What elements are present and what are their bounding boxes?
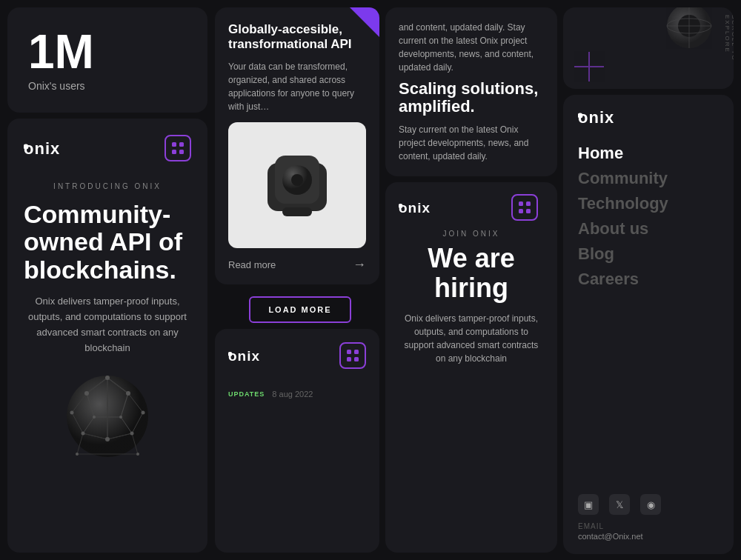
grid-icon[interactable]	[165, 135, 191, 161]
onix-bottom-card: onix UPDATES 8 aug 2022	[215, 329, 379, 553]
scroll-to-text: SCROLL TO EXPLORE	[724, 15, 734, 81]
date-text: 8 aug 2022	[272, 390, 313, 399]
news-headline: Scaling solutions, amplified.	[399, 80, 544, 116]
device-shape-icon	[256, 144, 338, 226]
svg-text:onix: onix	[578, 108, 614, 126]
svg-point-15	[84, 391, 89, 396]
svg-point-23	[93, 416, 96, 419]
svg-point-20	[105, 437, 110, 441]
onix-logo-row: onix	[24, 135, 191, 161]
dodecahedron-icon	[50, 367, 165, 467]
updates-badge: UPDATES	[228, 390, 265, 398]
svg-point-14	[126, 391, 130, 396]
svg-rect-32	[347, 350, 351, 354]
social-icon-twitter[interactable]: 𝕏	[609, 494, 630, 515]
svg-rect-35	[354, 357, 359, 361]
main-headline: Community-owned API of blockchains.	[24, 201, 191, 284]
svg-rect-2	[172, 142, 176, 147]
svg-point-13	[105, 376, 110, 380]
svg-point-19	[81, 431, 84, 435]
read-more-text: Read more	[228, 259, 276, 270]
nav-item-about-us[interactable]: About us	[578, 216, 719, 241]
nav-item-technology[interactable]: Technology	[578, 191, 719, 216]
nav-item-home[interactable]: Home	[578, 141, 719, 166]
social-icons-row: ▣ 𝕏 ◉	[578, 494, 719, 515]
hiring-logo-row: onix	[399, 194, 538, 221]
api-title: Globally-accesible, transformational API	[228, 22, 366, 53]
news-top-card: and content, updated daily. Stay current…	[385, 7, 557, 176]
svg-point-17	[70, 410, 73, 414]
svg-rect-3	[179, 142, 184, 147]
hiring-card: onix JOIN ONIX We are hiring Onix delive…	[385, 182, 557, 553]
onix-logo-bottom-row: onix	[228, 342, 366, 369]
svg-rect-41	[526, 209, 531, 213]
load-more-button[interactable]: LOAD MORE	[249, 296, 350, 323]
social-icon-circle[interactable]: ◉	[640, 494, 661, 515]
svg-rect-5	[179, 150, 184, 154]
api-card: Globally-accesible, transformational API…	[215, 7, 379, 284]
svg-point-16	[141, 410, 144, 414]
nav-item-blog[interactable]: Blog	[578, 241, 719, 267]
onix-wordmark-hiring: onix	[399, 199, 443, 216]
news-small-text: and content, updated daily. Stay current…	[399, 21, 544, 74]
column-2: Globally-accesible, transformational API…	[215, 0, 385, 560]
join-label: JOIN ONIX	[399, 230, 544, 238]
svg-point-22	[76, 453, 79, 456]
main-onix-card: onix INTRODUCING ONIX Community-owned AP…	[7, 119, 207, 553]
hiring-headline: We are hiring	[399, 244, 544, 302]
geo-shape	[48, 364, 167, 468]
column-4-nav: SCROLL TO EXPLORE	[563, 0, 741, 560]
device-image	[228, 122, 366, 248]
svg-text:onix: onix	[24, 139, 60, 157]
top-shape-icon	[659, 7, 719, 59]
purple-corner-decoration	[350, 7, 379, 37]
updates-row: UPDATES 8 aug 2022	[228, 390, 366, 399]
api-description: Your data can be transformed, organized,…	[228, 60, 366, 113]
svg-rect-33	[354, 350, 359, 354]
intro-label: INTRODUCING ONIX	[24, 182, 191, 190]
svg-rect-39	[526, 201, 531, 206]
svg-rect-40	[519, 209, 523, 213]
news-description: Stay current on the latest Onix project …	[399, 123, 544, 163]
svg-rect-34	[347, 357, 351, 361]
bottom-shape-icon	[571, 48, 608, 85]
scroll-card: SCROLL TO EXPLORE	[563, 7, 734, 89]
stat-card: 1M Onix's users	[7, 7, 207, 113]
onix-nav-wordmark: onix	[578, 108, 630, 126]
svg-rect-29	[282, 207, 312, 216]
grid-icon-hiring[interactable]	[511, 194, 538, 221]
svg-point-18	[130, 431, 133, 435]
email-label: Email	[578, 522, 719, 530]
svg-point-28	[291, 174, 303, 186]
svg-point-21	[136, 453, 139, 456]
email-value: contact@Onix.net	[578, 532, 719, 541]
svg-text:onix: onix	[399, 200, 431, 216]
column-3: and content, updated daily. Stay current…	[385, 0, 563, 560]
svg-point-24	[119, 416, 122, 419]
svg-rect-38	[519, 201, 523, 206]
main-description: Onix delivers tamper-proof inputs, outpu…	[24, 294, 191, 356]
social-icon-square[interactable]: ▣	[578, 494, 599, 515]
stat-number: 1M	[28, 28, 187, 76]
onix-wordmark: onix	[24, 139, 76, 157]
grid-icon-bottom[interactable]	[339, 342, 366, 369]
read-more-row[interactable]: Read more →	[228, 257, 366, 273]
nav-item-careers[interactable]: Careers	[578, 267, 719, 292]
column-1: 1M Onix's users onix INTRODUCING ONIX Co…	[0, 0, 215, 560]
stat-label: Onix's users	[28, 80, 187, 92]
svg-rect-4	[172, 150, 176, 154]
onix-wordmark-bottom: onix	[228, 347, 273, 364]
nav-item-community[interactable]: Community	[578, 166, 719, 191]
arrow-right-icon: →	[353, 257, 366, 273]
nav-card: onix Home Community Technology About us …	[563, 95, 734, 554]
svg-text:onix: onix	[228, 348, 260, 364]
hiring-description: Onix delivers tamper-proof inputs, outpu…	[399, 312, 544, 365]
